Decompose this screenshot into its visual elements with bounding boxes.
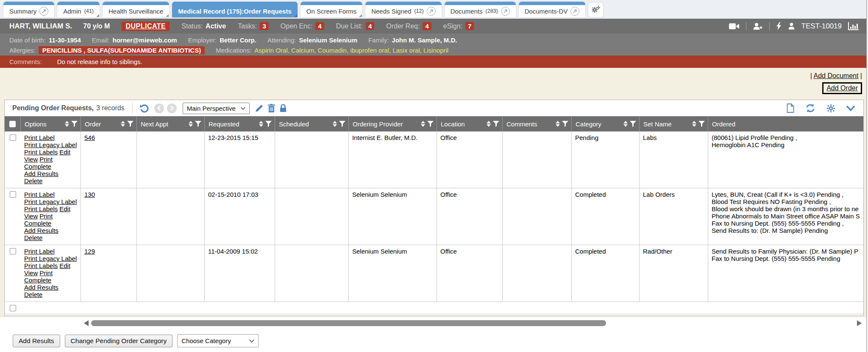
sort-icon[interactable] [259,121,263,127]
print-legacy-label-link[interactable]: Print Legacy Label [24,255,77,262]
delete-link[interactable]: Delete [24,291,42,298]
print-label-link[interactable]: Print Label [24,248,55,255]
medication-link[interactable]: Calcium [291,47,318,54]
filter-icon[interactable] [195,121,201,127]
filter-icon[interactable] [127,121,134,127]
filter-icon[interactable] [427,121,434,127]
esign-count-badge[interactable]: 7 [465,22,474,30]
due-list-count-badge[interactable]: 4 [366,22,374,30]
order-req-count-badge[interactable]: 4 [423,22,431,30]
print-label-link[interactable]: Print Label [24,191,55,198]
delete-perspective-button[interactable] [268,104,275,112]
order-number-link[interactable]: 129 [84,248,95,255]
add-results-button[interactable]: Add Results [13,335,60,347]
filter-icon[interactable] [265,121,272,127]
tab-medical-record-order-requests[interactable]: Medical Record (175):Order Requests [172,2,298,17]
tab-summary[interactable]: Summary [3,2,54,17]
collapse-panel-button[interactable] [846,106,855,111]
add-order-link[interactable]: Add Order [826,84,858,92]
delete-link[interactable]: Delete [24,234,42,241]
select-all-checkbox[interactable] [9,121,16,127]
sort-icon[interactable] [189,121,193,127]
view-link[interactable]: View [24,212,38,220]
next-perspective-button[interactable] [167,103,177,113]
add-results-link[interactable]: Add Results [24,170,58,177]
filter-icon[interactable] [630,121,636,127]
complete-link[interactable]: Complete [24,220,51,227]
print-labels-link[interactable]: Print Labels [24,148,58,156]
sort-icon[interactable] [65,121,69,127]
tab-documents-dv[interactable]: Documents-DV [519,2,586,17]
user-icon[interactable] [788,22,795,30]
add-document-link[interactable]: Add Document [814,72,859,79]
add-results-link[interactable]: Add Results [24,227,58,234]
open-enc-count-badge[interactable]: 4 [315,22,324,30]
add-user-icon[interactable] [753,22,763,30]
view-link[interactable]: View [24,156,38,163]
row-checkbox[interactable] [10,305,16,311]
row-checkbox[interactable] [10,134,16,141]
sort-icon[interactable] [487,121,491,127]
edit-link[interactable]: Edit [59,148,70,156]
sort-icon[interactable] [556,121,560,127]
print-label-link[interactable]: Print Label [24,134,55,141]
edit-perspective-button[interactable] [255,104,263,112]
sort-icon[interactable] [333,121,337,127]
horizontal-scrollbar-thumb[interactable] [91,320,606,326]
previous-perspective-button[interactable] [154,103,164,113]
view-link[interactable]: View [24,269,38,277]
medication-link[interactable]: Lisinopril [423,47,448,54]
filter-icon[interactable] [562,121,568,127]
undo-button[interactable] [139,103,149,113]
filter-icon[interactable] [71,121,78,127]
tab-documents[interactable]: Documents (283) [445,2,516,17]
change-pending-order-category-button[interactable]: Change Pending Order Category [65,335,173,347]
print-labels-link[interactable]: Print Labels [24,262,58,269]
tab-settings-button[interactable] [588,3,603,17]
sort-icon[interactable] [121,121,125,127]
sort-icon[interactable] [692,121,696,127]
edit-link[interactable]: Edit [59,205,70,212]
sort-icon[interactable] [623,121,628,127]
filter-icon[interactable] [339,121,345,127]
duplicate-badge[interactable]: DUPLICATE [122,22,170,31]
print-link[interactable]: Print [39,269,53,277]
filter-icon[interactable] [493,121,499,127]
tasks-count-badge[interactable]: 3 [260,22,268,30]
row-checkbox[interactable] [10,191,16,198]
medication-link[interactable]: Lasix oral [392,47,423,54]
tab-needs-signed[interactable]: Needs Signed (12) [365,2,441,17]
add-results-link[interactable]: Add Results [24,284,58,291]
print-legacy-label-link[interactable]: Print Legacy Label [24,198,77,205]
stats-chart-icon[interactable] [848,22,859,31]
medication-link[interactable]: Aspirin Oral [254,47,291,54]
allergies-badge[interactable]: PENICILLINS , SULFA(SULFONAMIDE ANTIBIOT… [39,46,205,54]
filter-icon[interactable] [698,121,705,127]
order-number-link[interactable]: 546 [84,134,95,141]
print-legacy-label-link[interactable]: Print Legacy Label [24,141,77,148]
complete-link[interactable]: Complete [24,163,51,170]
tab-on-screen-forms[interactable]: On Screen Forms [300,2,362,17]
delete-link[interactable]: Delete [24,177,42,184]
print-labels-link[interactable]: Print Labels [24,205,58,212]
lightning-icon[interactable] [776,22,782,30]
perspective-select[interactable]: Main Perspective [183,103,250,114]
order-number-link[interactable]: 130 [84,191,95,198]
video-call-icon[interactable] [729,23,740,30]
medication-link[interactable]: Coumadin [318,47,351,54]
new-document-button[interactable] [787,103,794,113]
medication-link[interactable]: ibuprofen oral [350,47,392,54]
row-checkbox[interactable] [10,248,16,254]
print-link[interactable]: Print [39,212,53,220]
scroll-left-arrow[interactable] [84,320,89,326]
print-link[interactable]: Print [39,156,53,163]
edit-link[interactable]: Edit [59,262,70,269]
tab-admin[interactable]: Admin (41) [57,2,100,17]
choose-category-select[interactable]: Choose Category [177,334,259,347]
tab-health-surveillance[interactable]: Health Surveillance [103,2,169,17]
sort-icon[interactable] [421,121,425,127]
window-scrollbar-edge[interactable] [866,0,868,352]
grid-settings-button[interactable] [826,104,835,113]
lock-perspective-button[interactable] [280,104,287,112]
complete-link[interactable]: Complete [24,277,51,284]
